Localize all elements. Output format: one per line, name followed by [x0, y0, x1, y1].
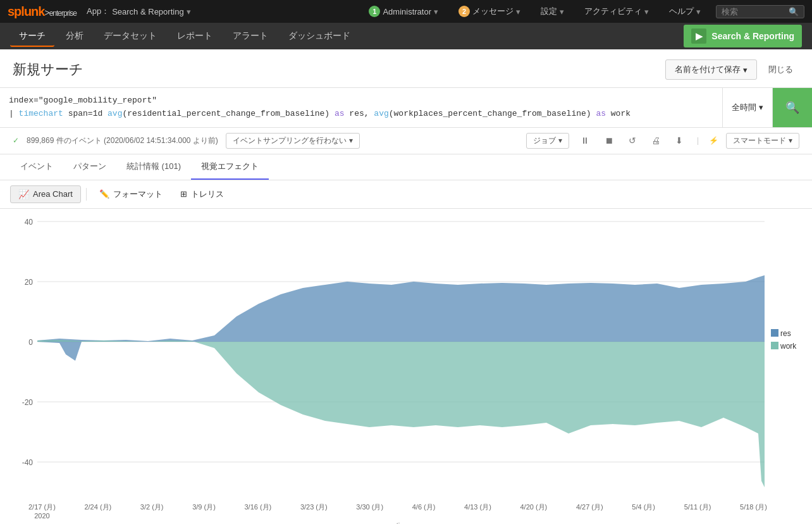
x-axis-labels: 2/17 (月) 2020 2/24 (月) 3/2 (月) 3/9 (月) 3…	[0, 500, 802, 521]
export-button[interactable]: ⬇	[672, 134, 687, 147]
format-icon: ✏️	[99, 189, 109, 199]
svg-text:40: 40	[25, 218, 34, 227]
search-right: 全時間 ▾ 🔍	[722, 88, 812, 127]
top-search-box[interactable]: 🔍	[716, 5, 804, 18]
tab-events[interactable]: イベント	[10, 154, 63, 180]
settings-menu[interactable]: 設定 ▾	[536, 3, 569, 20]
print-button[interactable]: 🖨	[648, 134, 664, 147]
status-check: ✓	[13, 136, 19, 145]
top-nav-app: App： Search & Reporting ▾	[87, 6, 191, 17]
page-header: 新規サーチ 名前を付けて保存 ▾ 閉じる	[0, 49, 812, 88]
chart-container: 40 20 0 -20 -40 res	[0, 209, 812, 524]
nav-alerts[interactable]: アラート	[224, 25, 277, 47]
x-axis-title: _time	[0, 520, 802, 524]
x-label-12: 5/11 (月)	[684, 502, 711, 521]
x-label-6: 3/30 (月)	[356, 502, 383, 521]
format-tool[interactable]: ✏️ フォーマット	[92, 185, 170, 203]
svg-text:res: res	[780, 329, 791, 338]
x-label-3: 3/9 (月)	[192, 502, 216, 521]
tab-visualization[interactable]: 視覚エフェクト	[191, 154, 269, 180]
svg-text:-20: -20	[22, 398, 34, 407]
x-label-2: 3/2 (月)	[140, 502, 164, 521]
chart-svg-wrapper: 40 20 0 -20 -40 res	[0, 209, 802, 524]
x-label-4: 3/16 (月)	[244, 502, 271, 521]
app-brand: ▶ Search & Reporting	[684, 25, 802, 47]
x-label-0: 2/17 (月) 2020	[28, 502, 56, 521]
splunk-logo-text: splunk>enterprise	[8, 4, 77, 19]
x-label-13: 5/18 (月)	[740, 502, 767, 521]
smart-mode-button[interactable]: スマートモード ▾	[726, 133, 799, 149]
svg-text:0: 0	[28, 338, 33, 347]
search-input-area[interactable]: index="google_mobility_report" | timecha…	[0, 88, 722, 127]
events-count: 899,869 件のイベント (2020/06/02 14:51:34.000 …	[27, 135, 218, 146]
time-picker[interactable]: 全時間 ▾	[723, 88, 773, 127]
admin-badge: 1	[369, 6, 380, 17]
toolbar-divider	[86, 188, 87, 201]
trellis-icon: ⊞	[180, 189, 187, 199]
x-label-1: 2/24 (月)	[84, 502, 111, 521]
area-chart-tool[interactable]: 📈 Area Chart	[10, 185, 81, 203]
close-button[interactable]: 閉じる	[762, 60, 799, 79]
x-label-7: 4/6 (月)	[412, 502, 436, 521]
lightning-icon: ⚡	[709, 136, 718, 145]
brand-arrow: ▶	[691, 28, 706, 44]
nav-search[interactable]: サーチ	[10, 25, 54, 47]
x-label-8: 4/13 (月)	[464, 502, 491, 521]
search-button[interactable]: 🔍	[773, 88, 812, 127]
help-menu[interactable]: ヘルプ ▾	[664, 3, 706, 20]
svg-text:20: 20	[25, 278, 34, 287]
sampling-button[interactable]: イベントサンプリングを行わない ▾	[226, 133, 360, 149]
trellis-tool[interactable]: ⊞ トレリス	[173, 185, 231, 203]
search-icon: 🔍	[785, 101, 799, 115]
pause-button[interactable]: ⏸	[577, 134, 593, 147]
x-label-11: 5/4 (月)	[632, 502, 655, 521]
status-bar: ✓ 899,869 件のイベント (2020/06/02 14:51:34.00…	[0, 128, 812, 154]
area-chart: 40 20 0 -20 -40 res	[0, 209, 802, 500]
tabs: イベント パターン 統計情報 (101) 視覚エフェクト	[0, 154, 812, 180]
jobs-button[interactable]: ジョブ ▾	[526, 133, 569, 149]
tab-statistics[interactable]: 統計情報 (101)	[116, 154, 191, 180]
save-button[interactable]: 名前を付けて保存 ▾	[665, 59, 757, 80]
top-nav: splunk>enterprise App： Search & Reportin…	[0, 0, 812, 23]
search-line1: index="google_mobility_report"	[9, 96, 157, 105]
page-title: 新規サーチ	[13, 60, 665, 79]
x-label-10: 4/27 (月)	[576, 502, 603, 521]
nav-datasets[interactable]: データセット	[95, 25, 166, 47]
admin-menu[interactable]: 1 Administrator ▾	[364, 3, 443, 20]
activity-menu[interactable]: アクティビティ ▾	[579, 3, 654, 20]
svg-rect-12	[771, 342, 778, 349]
top-search-input[interactable]	[722, 7, 785, 16]
splunk-logo[interactable]: splunk>enterprise	[8, 4, 77, 19]
chart-toolbar: 📈 Area Chart ✏️ フォーマット ⊞ トレリス	[0, 180, 812, 209]
svg-rect-10	[771, 329, 778, 337]
area-chart-icon: 📈	[18, 189, 29, 199]
sec-nav: サーチ 分析 データセット レポート アラート ダッシュボード ▶ Search…	[0, 23, 812, 49]
nav-analysis[interactable]: 分析	[57, 25, 92, 47]
nav-dashboards[interactable]: ダッシュボード	[280, 25, 359, 47]
svg-text:work: work	[780, 342, 797, 351]
nav-reports[interactable]: レポート	[168, 25, 221, 47]
refresh-button[interactable]: ↺	[625, 134, 640, 147]
x-label-9: 4/20 (月)	[520, 502, 547, 521]
page-header-actions: 名前を付けて保存 ▾ 閉じる	[665, 59, 799, 80]
search-bar: index="google_mobility_report" | timecha…	[0, 88, 812, 128]
messages-badge: 2	[458, 6, 470, 17]
svg-text:-40: -40	[22, 458, 34, 467]
x-label-5: 3/23 (月)	[300, 502, 328, 521]
stop-button[interactable]: ⏹	[601, 134, 617, 147]
messages-menu[interactable]: 2 メッセージ ▾	[453, 3, 526, 20]
main-content: 新規サーチ 名前を付けて保存 ▾ 閉じる index="google_mobil…	[0, 49, 812, 524]
tab-patterns[interactable]: パターン	[63, 154, 116, 180]
